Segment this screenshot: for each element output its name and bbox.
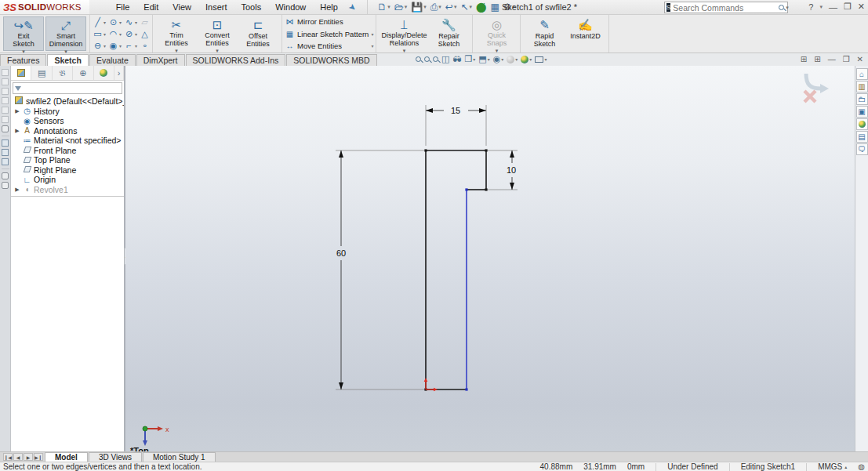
close-button[interactable]: ✕	[858, 2, 865, 12]
search-scope-icon[interactable]: S	[666, 3, 670, 12]
tab-solidworks-mbd[interactable]: SOLIDWORKS MBD	[286, 54, 376, 66]
save-button[interactable]: 💾▾	[409, 1, 428, 13]
tab-model[interactable]: Model	[45, 452, 88, 462]
sketch-tool-icon[interactable]	[2, 149, 9, 156]
view-orientation-button[interactable]: ❒▾	[464, 54, 475, 64]
zoom-to-fit-button[interactable]	[416, 56, 421, 62]
linear-sketch-pattern-button[interactable]: ▦ Linear Sketch Pattern ▾	[282, 29, 376, 39]
hide-show-items-button[interactable]: ◉▾	[493, 54, 504, 64]
tree-item-history[interactable]: ▶ ◷ History	[11, 107, 124, 117]
offset-entities-button[interactable]: ⊏ OffsetEntities	[238, 16, 278, 51]
last-tab-button[interactable]: ▶❙	[34, 453, 43, 461]
search-commands-box[interactable]: S ▾	[664, 2, 788, 13]
display-delete-relations-button[interactable]: ⟘ Display/DeleteRelations ▾	[380, 16, 428, 51]
tree-item-right-plane[interactable]: Right Plane	[11, 165, 124, 176]
arc-tool[interactable]: ◠▾	[107, 29, 122, 39]
section-view-button[interactable]: ◫	[441, 54, 449, 64]
tree-item-revolve1[interactable]: ▶ ◖ Revolve1	[11, 185, 124, 195]
search-dropdown-caret[interactable]: ▾	[786, 5, 789, 11]
confirm-exit-sketch-icon[interactable]	[806, 74, 821, 89]
tab-dimxpert[interactable]: DimXpert	[136, 54, 185, 66]
menu-view[interactable]: View	[166, 1, 198, 13]
home-button[interactable]: ⌂	[856, 68, 868, 80]
next-tab-button[interactable]: ▶	[24, 453, 33, 461]
tab-configurationmanager[interactable]: 𝔅	[53, 66, 73, 80]
tree-root-part[interactable]: swfile2 (Default<<Default>_Display Stat	[11, 96, 124, 107]
rectangle-tool[interactable]: ▭▾	[92, 29, 107, 39]
trim-entities-button[interactable]: ✂ TrimEntities ▾	[156, 16, 197, 51]
tab-solidworks-addins[interactable]: SOLIDWORKS Add-Ins	[186, 54, 286, 66]
minimize-button[interactable]: —	[829, 2, 837, 12]
menu-edit[interactable]: Edit	[137, 1, 165, 13]
file-properties-button[interactable]: ▦	[488, 1, 500, 13]
ellipse-tool[interactable]: ⊘▾	[123, 29, 138, 39]
dimension-10-label[interactable]: 10	[507, 165, 516, 175]
rapid-sketch-button[interactable]: ✎ RapidSketch	[524, 16, 565, 51]
help-caret[interactable]: ▾	[819, 4, 823, 10]
menu-insert[interactable]: Insert	[199, 1, 234, 13]
tab-featuremanager[interactable]	[11, 66, 31, 80]
confirm-arrowhead[interactable]	[820, 84, 829, 93]
pin-menu-icon[interactable]: ➤	[347, 1, 358, 13]
tab-displaymanager[interactable]	[94, 66, 114, 80]
web-help-icon[interactable]: ◍	[858, 462, 865, 471]
tab-sketch[interactable]: Sketch	[47, 54, 88, 66]
custom-properties-button[interactable]: ▤	[856, 131, 868, 143]
tree-item-material[interactable]: ≔ Material <not specified>	[11, 136, 124, 146]
point-tool[interactable]: ∘	[139, 41, 151, 51]
tab-propertymanager[interactable]: ▤	[31, 66, 52, 80]
tree-item-front-plane[interactable]: Front Plane	[11, 146, 124, 156]
expand-arrow-icon[interactable]: ▶	[14, 128, 20, 134]
tree-item-sensors[interactable]: ◉ Sensors	[11, 116, 124, 126]
search-input[interactable]	[673, 3, 779, 13]
sketch-lines[interactable]	[426, 150, 486, 389]
dimension-60-label[interactable]: 60	[336, 248, 346, 258]
pane-left-icon[interactable]: ⊞	[801, 55, 807, 63]
tree-filter-box[interactable]	[13, 82, 122, 94]
appearances-button[interactable]	[856, 118, 868, 130]
menu-window[interactable]: Window	[269, 1, 312, 13]
linear-pattern-caret[interactable]: ▾	[371, 31, 373, 37]
select-button[interactable]: ↖▾	[459, 1, 474, 13]
view-palette-button[interactable]: ▣	[856, 106, 868, 118]
menu-tools[interactable]: Tools	[235, 1, 268, 13]
design-library-button[interactable]: ▥	[856, 81, 868, 92]
rebuild-button[interactable]: ⬤̇	[474, 1, 488, 13]
centerpoint-arc-tool[interactable]: ◉▾	[107, 41, 122, 51]
sketch-tool-icon[interactable]	[2, 158, 9, 165]
apply-scene-button[interactable]: ▾	[521, 56, 532, 63]
units-selector[interactable]: MMGS▴	[818, 462, 847, 471]
sketch-origin-icon[interactable]	[424, 378, 438, 391]
dimension-60[interactable]	[339, 150, 343, 389]
exit-sketch-button[interactable]: ↪✎ ExitSketch ▾	[3, 16, 44, 51]
view-settings-button[interactable]: ▾	[535, 56, 547, 63]
menu-file[interactable]: File	[110, 1, 136, 13]
slot-tool[interactable]: ⊖▾	[92, 41, 107, 51]
tab-features[interactable]: Features	[0, 54, 46, 66]
polygon-tool[interactable]: △	[139, 29, 151, 39]
new-document-button[interactable]: 🗋▾	[376, 1, 392, 13]
repair-sketch-button[interactable]: 🔧 RepairSketch	[428, 16, 469, 51]
plane-tool[interactable]: ▱	[139, 17, 151, 27]
pane-right-icon[interactable]: ⊞	[814, 55, 820, 63]
units-caret-icon[interactable]: ▴	[844, 464, 847, 469]
convert-entities-button[interactable]: ⊡ ConvertEntities ▾	[197, 16, 238, 51]
camera-tool-icon[interactable]	[2, 182, 9, 189]
tab-motion-study[interactable]: Motion Study 1	[143, 452, 216, 462]
dynamic-annotation-button[interactable]: 🕶	[452, 55, 461, 64]
cancel-sketch-icon[interactable]	[804, 91, 815, 102]
prev-tab-button[interactable]: ◀	[13, 453, 23, 461]
zoom-to-area-button[interactable]	[424, 56, 430, 62]
open-button[interactable]: 🗁▾	[393, 1, 409, 13]
dimension-15-label[interactable]: 15	[451, 106, 460, 115]
doc-restore-button[interactable]: ❐	[843, 55, 850, 63]
tab-evaluate[interactable]: Evaluate	[89, 54, 136, 66]
move-entities-button[interactable]: ↔ Move Entities ▾	[282, 41, 376, 51]
mirror-entities-button[interactable]: ⋈ Mirror Entities	[282, 16, 376, 27]
undo-button[interactable]: ↩▾	[444, 1, 459, 13]
help-button[interactable]: ?	[808, 2, 813, 12]
doc-close-button[interactable]: ✕	[857, 55, 863, 63]
doc-minimize-button[interactable]: —	[828, 55, 836, 63]
tab-dimxpertmanager[interactable]: ⊕	[73, 66, 93, 80]
tab-overflow-chevron[interactable]: ›	[114, 66, 124, 80]
